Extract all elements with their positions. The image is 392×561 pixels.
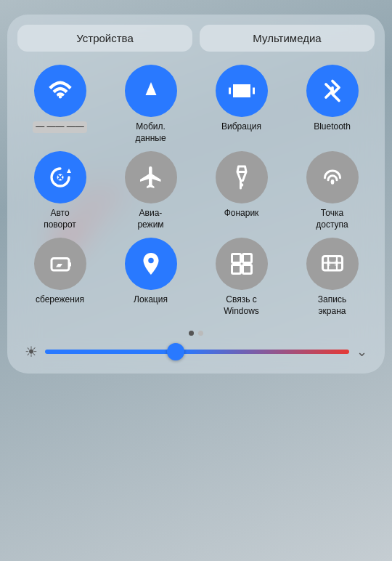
tile-auto-rotate[interactable]: Автоповорот [17,151,102,230]
location-icon [138,251,164,277]
svg-rect-14 [335,261,338,267]
battery-label: сбережения [36,294,84,306]
flashlight-icon [229,164,255,190]
chevron-down-icon[interactable]: ⌄ [356,344,367,360]
svg-rect-8 [232,254,240,263]
tab-media[interactable]: Мультимедиа [200,25,375,52]
auto-rotate-icon [47,164,73,190]
tile-hotspot[interactable]: Точкадоступа [290,151,375,230]
mobile-data-label: Мобил.данные [135,121,166,144]
windows-icon-circle [216,238,268,290]
svg-point-4 [240,183,243,187]
location-label: Локация [134,294,168,306]
vibration-icon [229,78,255,104]
tile-flashlight[interactable]: Фонарик [199,151,284,230]
brightness-slider[interactable] [45,350,349,354]
wifi-icon [47,78,73,104]
svg-rect-13 [327,261,330,267]
flashlight-icon-circle [216,151,268,203]
airplane-icon [138,164,164,190]
screen-record-icon-circle [306,238,359,290]
tab-devices[interactable]: Устройства [17,25,192,52]
brightness-low-icon: ☀ [25,343,38,360]
page-dots [17,331,375,336]
bluetooth-icon-circle [306,65,359,117]
brightness-thumb[interactable] [167,343,184,360]
dot-1 [189,331,194,336]
airplane-icon-circle [125,151,177,203]
tile-windows[interactable]: Связь сWindows [199,238,284,317]
windows-icon [229,251,255,277]
tile-battery-saver[interactable]: сбережения [17,238,102,317]
hotspot-icon [319,164,346,190]
hotspot-label: Точкадоступа [316,208,348,230]
tile-bluetooth[interactable]: Bluetooth [290,65,375,144]
vibration-icon-circle [216,65,268,117]
svg-rect-7 [69,262,71,267]
tile-airplane[interactable]: Авиа-режим [108,151,193,230]
airplane-label: Авиа-режим [137,208,163,230]
hotspot-icon-circle [306,151,359,203]
flashlight-label: Фонарик [224,208,259,219]
bluetooth-label: Bluetooth [314,121,351,133]
tab-bar: Устройства Мультимедиа [17,25,375,52]
tile-location[interactable]: Локация [108,238,193,317]
dot-2 [198,331,203,336]
location-icon-circle [125,238,177,290]
vibration-label: Вибрация [221,121,261,133]
battery-icon [47,251,73,277]
tile-screen-record[interactable]: Записьэкрана [290,238,375,317]
battery-icon-circle [34,238,86,290]
quick-settings-grid: — —— —— Мобил.данные Вибрация Bluetooth [17,65,375,318]
screen-record-label: Записьэкрана [318,294,346,317]
auto-rotate-label: Автоповорот [44,208,76,230]
windows-label: Связь сWindows [224,294,259,317]
wifi-icon-circle [34,65,86,117]
svg-rect-11 [242,265,251,274]
wifi-label: — —— —— [33,121,87,133]
tile-vibration[interactable]: Вибрация [199,65,284,144]
brightness-row: ☀ ⌄ [17,343,375,360]
mobile-data-icon [138,78,164,104]
control-panel: Устройства Мультимедиа — —— —— Мобил.дан… [7,15,385,374]
svg-rect-10 [232,265,240,274]
tile-wifi[interactable]: — —— —— [17,65,102,144]
tile-mobile-data[interactable]: Мобил.данные [108,65,193,144]
screen-record-icon [319,251,346,277]
svg-rect-5 [330,179,334,185]
svg-rect-9 [242,254,251,263]
auto-rotate-icon-circle [34,151,86,203]
bluetooth-icon [319,78,346,104]
mobile-data-icon-circle [125,65,177,117]
